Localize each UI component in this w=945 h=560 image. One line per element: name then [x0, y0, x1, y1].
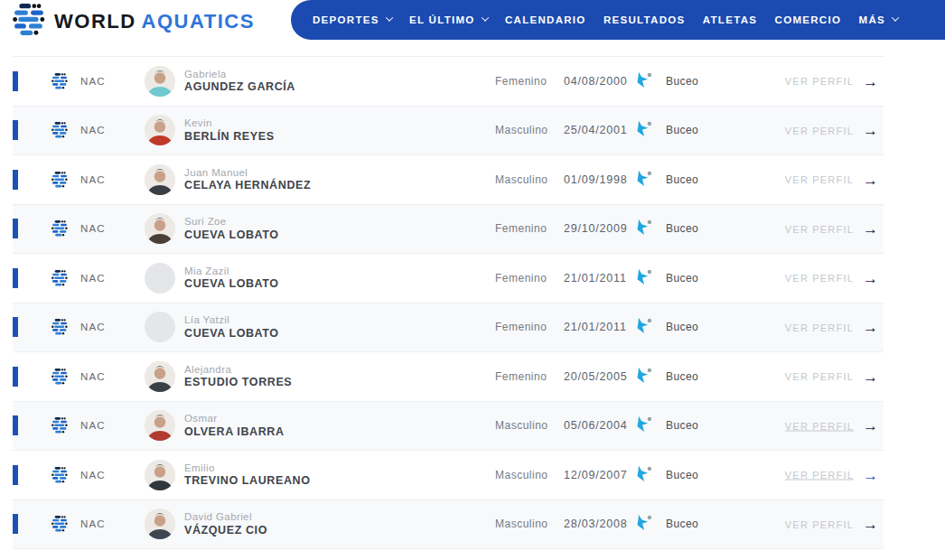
athlete-avatar [145, 66, 175, 97]
diving-sport-icon [634, 267, 655, 288]
athlete-avatar [145, 509, 175, 539]
athlete-birthdate: 21/01/2011 [564, 321, 627, 333]
country-code: NAC [80, 371, 106, 382]
view-profile-link[interactable]: VER PERFIL → [785, 172, 878, 187]
athlete-gender: Masculino [495, 469, 548, 481]
world-aquatics-logo[interactable]: WORLDAQUATICS [13, 4, 255, 40]
table-row[interactable]: NAC Juan Manuel CELAYA HERNÁNDEZ Masculi… [13, 155, 884, 205]
main-navigation: DEPORTES EL ÚLTIMO CALENDARIO RESULTADOS… [291, 0, 945, 40]
view-profile-label: VER PERFIL [785, 420, 854, 431]
row-accent-bar [13, 415, 18, 435]
sport-name: Buceo [666, 419, 698, 432]
nav-item-m-s[interactable]: MÁS [859, 14, 898, 25]
view-profile-link[interactable]: VER PERFIL → [785, 221, 878, 237]
diving-sport-icon [634, 514, 655, 535]
country-code: NAC [80, 223, 106, 234]
view-profile-link[interactable]: VER PERFIL → [785, 517, 878, 532]
athlete-birthdate: 01/09/1998 [564, 173, 628, 186]
sport-name: Buceo [666, 173, 698, 186]
country-code: NAC [80, 420, 106, 431]
diving-sport-icon [634, 415, 655, 436]
country-code: NAC [80, 273, 106, 284]
athlete-avatar [145, 361, 175, 392]
arrow-right-icon: → [863, 123, 878, 138]
view-profile-label: VER PERFIL [785, 223, 854, 234]
view-profile-link[interactable]: VER PERFIL → [785, 320, 878, 335]
row-accent-bar [13, 367, 18, 387]
athlete-first-name: Mia Zazil [184, 265, 279, 277]
nav-item-resultados[interactable]: RESULTADOS [603, 14, 686, 25]
athlete-first-name: David Gabriel [184, 510, 267, 523]
nav-item-label: EL ÚLTIMO [409, 14, 475, 25]
federation-flag-icon [51, 516, 68, 532]
row-accent-bar [13, 268, 18, 288]
view-profile-link[interactable]: VER PERFIL → [785, 270, 878, 285]
row-accent-bar [13, 465, 18, 485]
diving-sport-icon [634, 366, 655, 387]
view-profile-label: VER PERFIL [785, 470, 854, 481]
chevron-down-icon [385, 14, 392, 21]
athlete-avatar [145, 312, 175, 342]
country-code: NAC [80, 76, 106, 87]
nav-item-label: MÁS [859, 14, 885, 25]
table-row[interactable]: NAC Kevin BERLÍN REYES Masculino 25/04/2… [13, 107, 884, 156]
view-profile-label: VER PERFIL [785, 518, 854, 529]
table-row[interactable]: NAC Mia Zazil CUEVA LOBATO Femenino 21/0… [13, 254, 884, 303]
federation-flag-icon [51, 73, 68, 89]
athlete-last-name: VÁZQUEZ CIO [184, 524, 267, 538]
nav-item-comercio[interactable]: COMERCIO [775, 14, 842, 25]
row-accent-bar [13, 219, 18, 238]
table-row[interactable]: NAC Lía Yatzil CUEVA LOBATO Femenino 21/… [13, 303, 884, 353]
arrow-right-icon: → [863, 418, 878, 434]
athlete-avatar [145, 263, 175, 294]
view-profile-link[interactable]: VER PERFIL → [785, 123, 878, 138]
table-row[interactable]: NAC Suri Zoe CUEVA LOBATO Femenino 29/10… [13, 205, 884, 255]
athlete-name: Gabriela AGUNDEZ GARCÍA [184, 68, 295, 95]
arrow-right-icon: → [863, 172, 878, 187]
sport-name: Buceo [666, 321, 698, 333]
sport-name: Buceo [666, 124, 698, 136]
table-row[interactable]: NAC David Gabriel VÁZQUEZ CIO Masculino … [13, 500, 884, 550]
sport-name: Buceo [666, 469, 698, 481]
table-row[interactable]: NAC Emilio TREVINO LAUREANO Masculino 12… [13, 451, 884, 500]
view-profile-link[interactable]: VER PERFIL → [785, 369, 878, 384]
federation-flag-icon [51, 172, 68, 188]
athlete-first-name: Alejandra [184, 363, 292, 376]
sport-name: Buceo [666, 272, 698, 285]
view-profile-link[interactable]: VER PERFIL → [785, 73, 878, 89]
athlete-gender: Femenino [495, 321, 547, 333]
country-code: NAC [80, 174, 106, 185]
arrow-right-icon: → [863, 270, 878, 285]
federation-flag-icon [51, 417, 68, 434]
federation-flag-icon [51, 122, 68, 138]
federation-flag-icon [51, 319, 68, 335]
table-row[interactable]: NAC Alejandra ESTUDIO TORRES Femenino 20… [13, 352, 884, 402]
athlete-name: Emilio TREVINO LAUREANO [184, 462, 310, 489]
athlete-gender: Masculino [495, 518, 548, 530]
nav-item-deportes[interactable]: DEPORTES [313, 14, 392, 25]
view-profile-link[interactable]: VER PERFIL → [785, 467, 878, 482]
row-accent-bar [13, 317, 18, 337]
row-accent-bar [13, 120, 18, 140]
view-profile-link[interactable]: VER PERFIL → [785, 418, 878, 434]
nav-item-atletas[interactable]: ATLETAS [703, 14, 757, 25]
athlete-first-name: Juan Manuel [184, 166, 311, 179]
nav-item-calendario[interactable]: CALENDARIO [505, 14, 586, 25]
table-row[interactable]: NAC Gabriela AGUNDEZ GARCÍA Femenino 04/… [13, 57, 884, 107]
country-code: NAC [80, 518, 106, 529]
nav-item-el-ltimo[interactable]: EL ÚLTIMO [409, 14, 488, 25]
athlete-gender: Masculino [495, 173, 548, 186]
athlete-birthdate: 05/06/2004 [564, 419, 628, 432]
sport-name: Buceo [666, 370, 698, 383]
athlete-avatar [145, 213, 175, 244]
page: Nacimiento WORLDAQUATICS DEPORT [0, 0, 945, 560]
view-profile-label: VER PERFIL [785, 273, 854, 284]
diving-sport-icon [634, 70, 655, 91]
federation-flag-icon [51, 369, 68, 385]
diving-sport-icon [634, 317, 655, 338]
athlete-gender: Masculino [495, 124, 548, 136]
table-row[interactable]: NAC Osmar OLVERA IBARRA Masculino 05/06/… [13, 402, 884, 452]
diving-sport-icon [634, 120, 655, 141]
athlete-table-body: NAC Gabriela AGUNDEZ GARCÍA Femenino 04/… [13, 57, 884, 549]
athlete-birthdate: 04/08/2000 [564, 75, 628, 88]
